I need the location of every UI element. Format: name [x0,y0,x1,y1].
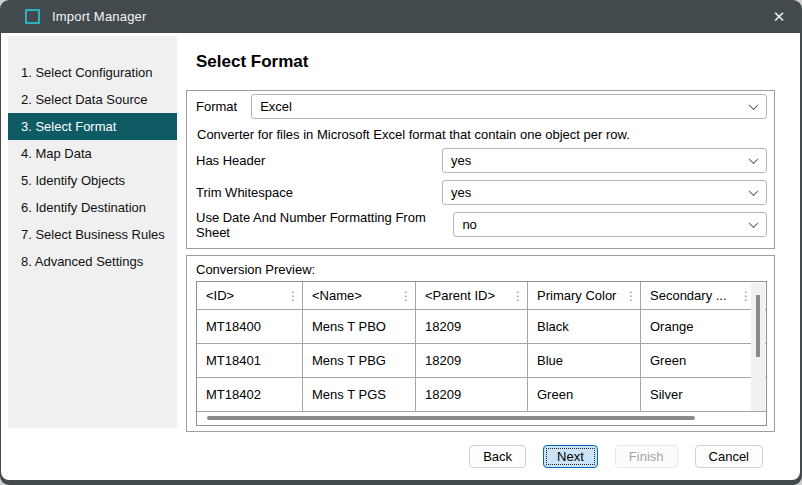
format-select-value: Excel [260,99,292,114]
column-header-name[interactable]: <Name> ⋮ [303,282,416,310]
sidebar-item-select-business-rules[interactable]: 7. Select Business Rules [8,221,177,248]
wizard-footer: Back Next Finish Cancel [469,445,763,468]
cancel-button[interactable]: Cancel [695,445,763,468]
trim-whitespace-value: yes [451,185,471,200]
kebab-menu-icon[interactable]: ⋮ [400,290,412,302]
format-row: Format Excel [196,94,767,119]
cell-secondary-color: Orange [641,310,766,344]
sidebar-item-select-configuration[interactable]: 1. Select Configuration [8,59,177,86]
cell-id: MT18400 [197,310,303,344]
has-header-label: Has Header [196,153,265,168]
cell-id: MT18401 [197,344,303,378]
table-row: MT18402 Mens T PGS 18209 Green Silver [197,378,766,412]
date-number-formatting-value: no [462,217,476,232]
next-button[interactable]: Next [543,445,598,468]
window-title: Import Manager [52,9,147,24]
import-manager-window: Import Manager ✕ 1. Select Configuration… [0,0,802,485]
table-header-row: <ID> ⋮ <Name> ⋮ <Parent ID> ⋮ Primary Co… [197,282,766,310]
table-row: MT18400 Mens T PBO 18209 Black Orange [197,310,766,344]
sidebar-item-identify-destination[interactable]: 6. Identify Destination [8,194,177,221]
option-row-date-number-formatting: Use Date And Number Formatting From Shee… [196,212,767,237]
dialog-body: 1. Select Configuration 2. Select Data S… [1,33,800,480]
cell-id: MT18402 [197,378,303,412]
kebab-menu-icon[interactable]: ⋮ [625,290,637,302]
chevron-down-icon [749,218,759,228]
chevron-down-icon [749,154,759,164]
cell-name: Mens T PBG [303,344,416,378]
horizontal-scrollbar[interactable] [197,412,766,425]
column-header-id[interactable]: <ID> ⋮ [197,282,303,310]
cell-name: Mens T PGS [303,378,416,412]
format-group-box: Format Excel Converter for files in Micr… [186,90,775,249]
title-bar: Import Manager ✕ [0,0,802,33]
preview-group-box: Conversion Preview: <ID> ⋮ <Name> ⋮ <Par… [186,255,775,432]
format-description: Converter for files in Microsoft Excel f… [197,127,630,142]
chevron-down-icon [749,100,759,110]
cell-primary-color: Green [528,378,641,412]
sidebar-item-advanced-settings[interactable]: 8. Advanced Settings [8,248,177,275]
cell-parent-id: 18209 [416,344,528,378]
option-row-trim-whitespace: Trim Whitespace yes [196,180,767,205]
has-header-value: yes [451,153,471,168]
has-header-select[interactable]: yes [442,148,767,173]
app-icon [25,9,40,24]
format-label: Format [196,99,237,114]
trim-whitespace-label: Trim Whitespace [196,185,293,200]
column-header-parent-id[interactable]: <Parent ID> ⋮ [416,282,528,310]
page-title: Select Format [196,52,308,72]
close-icon[interactable]: ✕ [756,0,802,33]
table-row: MT18401 Mens T PBG 18209 Blue Green [197,344,766,378]
cell-parent-id: 18209 [416,378,528,412]
sidebar-item-select-format[interactable]: 3. Select Format [8,113,177,140]
sidebar-item-identify-objects[interactable]: 5. Identify Objects [8,167,177,194]
sidebar-item-map-data[interactable]: 4. Map Data [8,140,177,167]
kebab-menu-icon[interactable]: ⋮ [287,290,299,302]
cell-primary-color: Blue [528,344,641,378]
sidebar-item-select-data-source[interactable]: 2. Select Data Source [8,86,177,113]
horizontal-scrollbar-thumb[interactable] [207,416,695,420]
cell-secondary-color: Green [641,344,766,378]
wizard-steps-sidebar: 1. Select Configuration 2. Select Data S… [8,36,177,428]
date-number-formatting-label: Use Date And Number Formatting From Shee… [196,210,453,240]
trim-whitespace-select[interactable]: yes [442,180,767,205]
chevron-down-icon [749,186,759,196]
vertical-scrollbar-thumb[interactable] [756,295,760,357]
cell-secondary-color: Silver [641,378,766,412]
conversion-preview-table: <ID> ⋮ <Name> ⋮ <Parent ID> ⋮ Primary Co… [196,281,767,426]
format-select[interactable]: Excel [251,94,767,119]
cell-name: Mens T PBO [303,310,416,344]
column-header-secondary-color[interactable]: Secondary ... ⋮ [641,282,766,310]
back-button[interactable]: Back [469,445,526,468]
cell-primary-color: Black [528,310,641,344]
date-number-formatting-select[interactable]: no [453,212,767,237]
vertical-scrollbar[interactable] [751,283,765,411]
column-header-primary-color[interactable]: Primary Color ⋮ [528,282,641,310]
cell-parent-id: 18209 [416,310,528,344]
conversion-preview-label: Conversion Preview: [196,262,315,277]
option-row-has-header: Has Header yes [196,148,767,173]
finish-button: Finish [615,445,678,468]
kebab-menu-icon[interactable]: ⋮ [512,290,524,302]
